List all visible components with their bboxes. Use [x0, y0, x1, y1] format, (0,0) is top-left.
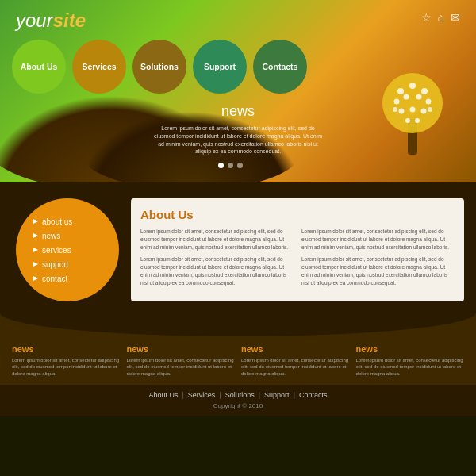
- svg-point-2: [397, 88, 404, 94]
- svg-point-1: [382, 73, 443, 133]
- menu-label-contact: contact: [42, 274, 67, 283]
- footer-nav-contacts[interactable]: Contacts: [299, 391, 328, 399]
- svg-point-5: [394, 99, 400, 105]
- footer-news-title-2: news: [127, 344, 236, 354]
- menu-label-about: about us: [42, 217, 72, 226]
- footer-sep-2: |: [219, 391, 221, 399]
- svg-point-10: [410, 107, 416, 113]
- hero-news-area: news Lorem ipsum dolor sit amet, consect…: [151, 103, 325, 155]
- footer-news-text-2: Lorem ipsum dolor sit amet, consectetur …: [127, 357, 236, 377]
- footer-news-text-4: Lorem ipsum dolor sit amet, consectetur …: [356, 357, 465, 377]
- svg-point-6: [404, 94, 409, 100]
- logo-your: your: [16, 10, 53, 31]
- logo-site: site: [53, 10, 86, 31]
- footer-sep-3: |: [259, 391, 260, 399]
- footer-news-title-1: news: [12, 344, 121, 354]
- svg-point-7: [416, 94, 422, 100]
- svg-point-11: [421, 109, 427, 114]
- nav-circles: About Us Services Solutions Support Cont…: [12, 40, 307, 94]
- hero-news-title: news: [151, 103, 325, 120]
- about-col2-p1: Lorem ipsum dolor sit amet, consectetur …: [301, 228, 455, 251]
- hero-section: yoursite ☆ ⌂ ✉ About Us Services Solutio…: [0, 0, 476, 182]
- menu-label-support: support: [42, 260, 68, 269]
- menu-label-services: services: [42, 246, 71, 255]
- text-columns: Lorem ipsum dolor sit amet, consectetur …: [140, 228, 455, 291]
- about-col1-p2: Lorem ipsum dolor sit amet, consectetur …: [140, 255, 294, 286]
- menu-about-us[interactable]: about us: [33, 217, 72, 226]
- text-col-2: Lorem ipsum dolor sit amet, consectetur …: [301, 228, 455, 291]
- footer-news-title-3: news: [241, 344, 350, 354]
- news-pagination-dots: [218, 163, 243, 168]
- svg-point-13: [415, 118, 420, 123]
- footer-news-3: news Lorem ipsum dolor sit amet, consect…: [241, 344, 350, 377]
- menu-contact[interactable]: contact: [33, 274, 67, 283]
- curve-separator: [0, 313, 476, 336]
- copyright-text: Copyright © 2010: [12, 402, 464, 409]
- about-col2-p2: Lorem ipsum dolor sit amet, consectetur …: [301, 255, 455, 286]
- menu-arrow-icon: [33, 219, 38, 224]
- dot-3[interactable]: [237, 163, 243, 168]
- text-col-1: Lorem ipsum dolor sit amet, consectetur …: [140, 228, 294, 291]
- orange-circle-menu: about us news services support contact: [16, 198, 119, 301]
- footer-news-text-3: Lorem ipsum dolor sit amet, consectetur …: [241, 357, 350, 377]
- menu-arrow-icon: [33, 248, 38, 252]
- hero-news-text: Lorem ipsum dolor sit amet, consectetur …: [151, 125, 325, 155]
- svg-point-4: [421, 88, 428, 94]
- star-icon[interactable]: ☆: [421, 11, 432, 24]
- nav-solutions[interactable]: Solutions: [132, 40, 186, 94]
- svg-point-9: [399, 109, 405, 114]
- menu-support[interactable]: support: [33, 260, 68, 269]
- nav-about[interactable]: About Us: [12, 40, 66, 94]
- home-icon[interactable]: ⌂: [438, 11, 444, 24]
- about-title: About Us: [140, 208, 455, 221]
- footer-news-title-4: news: [356, 344, 465, 354]
- footer-nav-solutions[interactable]: Solutions: [225, 391, 255, 399]
- tree-illustration: [373, 48, 452, 159]
- footer-nav: About Us | Services | Solutions | Suppor…: [12, 391, 464, 399]
- menu-label-news: news: [42, 232, 60, 240]
- footer-news-text-1: Lorem ipsum dolor sit amet, consectetur …: [12, 357, 121, 377]
- menu-arrow-icon: [33, 276, 38, 281]
- footer-news-section: news Lorem ipsum dolor sit amet, consect…: [0, 336, 476, 385]
- left-circle-area: about us news services support contact: [12, 198, 123, 301]
- menu-services[interactable]: services: [33, 246, 71, 255]
- svg-point-3: [409, 83, 416, 89]
- dot-2[interactable]: [228, 163, 233, 168]
- top-icons-area: ☆ ⌂ ✉: [421, 11, 460, 24]
- svg-point-15: [428, 107, 432, 112]
- mail-icon[interactable]: ✉: [451, 11, 460, 24]
- footer-news-2: news Lorem ipsum dolor sit amet, consect…: [127, 344, 236, 377]
- nav-contacts[interactable]: Contacts: [253, 40, 307, 94]
- dot-1[interactable]: [218, 163, 224, 168]
- menu-news[interactable]: news: [33, 232, 60, 240]
- footer-bottom: About Us | Services | Solutions | Suppor…: [0, 385, 476, 416]
- nav-support[interactable]: Support: [193, 40, 247, 94]
- footer-news-1: news Lorem ipsum dolor sit amet, consect…: [12, 344, 121, 377]
- menu-arrow-icon: [33, 233, 38, 238]
- footer-nav-about[interactable]: About Us: [148, 391, 178, 399]
- footer-nav-services[interactable]: Services: [188, 391, 216, 399]
- about-text-area: About Us Lorem ipsum dolor sit amet, con…: [131, 198, 464, 301]
- menu-arrow-icon: [33, 262, 38, 267]
- svg-point-12: [405, 118, 410, 123]
- footer-news-4: news Lorem ipsum dolor sit amet, consect…: [356, 344, 465, 377]
- about-col1-p1: Lorem ipsum dolor sit amet, consectetur …: [140, 228, 294, 251]
- footer-sep-1: |: [182, 391, 184, 399]
- middle-section: about us news services support contact: [0, 182, 476, 336]
- svg-point-8: [426, 99, 432, 105]
- site-logo[interactable]: yoursite: [16, 10, 86, 32]
- content-row: about us news services support contact: [0, 182, 476, 313]
- footer-nav-support[interactable]: Support: [264, 391, 290, 399]
- footer-sep-4: |: [294, 391, 295, 399]
- svg-point-14: [393, 107, 397, 112]
- nav-services[interactable]: Services: [72, 40, 126, 94]
